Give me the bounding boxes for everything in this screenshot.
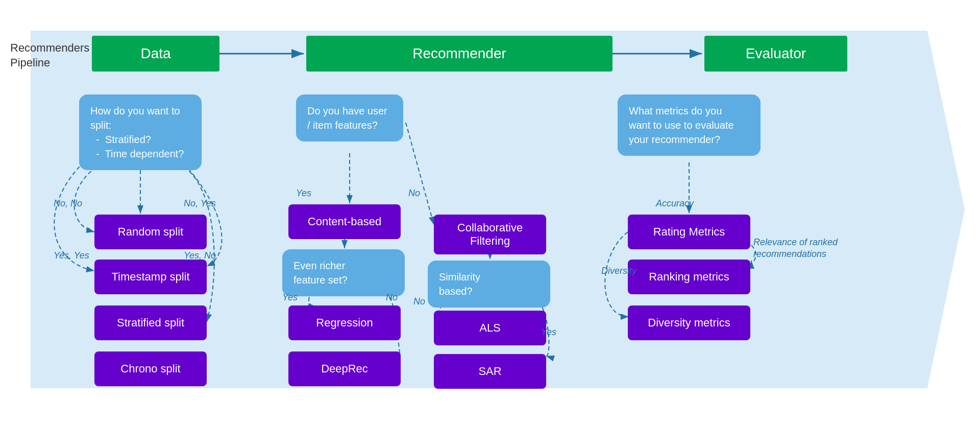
answer-rating-metrics: Rating Metrics [628, 215, 750, 249]
label-yes3: Yes [541, 327, 556, 338]
answer-sar: SAR [434, 354, 546, 389]
label-relevance: Relevance of ranked recommendations [753, 237, 838, 261]
answer-ranking-metrics: Ranking metrics [628, 260, 750, 294]
pipeline-evaluator-box: Evaluator [704, 36, 847, 72]
label-no-no: No, No [54, 198, 82, 209]
answer-timestamp-split: Timestamp split [94, 260, 207, 294]
answer-chrono-split: Chrono split [94, 351, 207, 386]
answer-collaborative-filtering: Collaborative Filtering [434, 215, 546, 254]
pipeline-recommender-box: Recommender [306, 36, 612, 72]
label-yes1: Yes [296, 188, 311, 199]
question-split: How do you want to split: - Stratified? … [79, 95, 202, 170]
answer-random-split: Random split [94, 215, 207, 249]
main-container: Recommenders Pipeline Data Recommender E… [0, 0, 980, 423]
pipeline-label: Recommenders Pipeline [10, 41, 89, 70]
answer-regression: Regression [288, 306, 401, 340]
label-no2: No [386, 292, 398, 303]
answer-als: ALS [434, 311, 546, 345]
label-yes2: Yes [282, 292, 298, 303]
answer-diversity-metrics: Diversity metrics [628, 306, 750, 340]
question-features: Do you have user/ item features? [296, 95, 403, 142]
question-metrics: What metrics do youwant to use to evalua… [618, 95, 761, 156]
answer-deeprec: DeepRec [288, 351, 401, 386]
label-no3: No [413, 296, 425, 307]
answer-stratified-split: Stratified split [94, 306, 207, 340]
question-richer: Even richerfeature set? [282, 249, 405, 296]
label-no1: No [408, 188, 420, 199]
question-similarity: Similaritybased? [428, 261, 550, 308]
label-accuracy: Accuracy [656, 198, 694, 209]
answer-content-based: Content-based [288, 204, 401, 239]
label-diversity: Diversity [601, 266, 636, 276]
pipeline-data-box: Data [92, 36, 219, 72]
label-no-yes: No, Yes [184, 198, 216, 209]
label-yes-yes: Yes, Yes [54, 250, 89, 261]
label-yes-no: Yes, No [184, 250, 216, 261]
